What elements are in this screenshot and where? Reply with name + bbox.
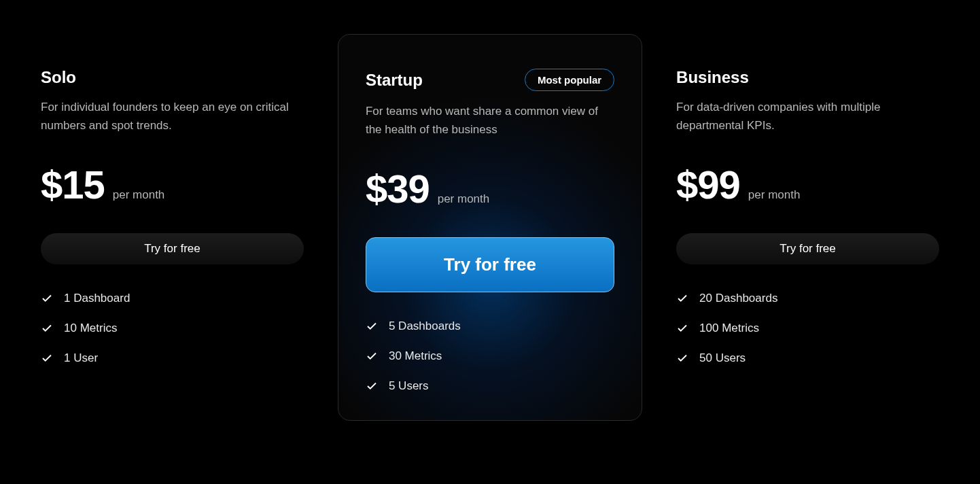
plan-description: For individual founders to keep an eye o…: [41, 98, 304, 135]
try-for-free-button-startup[interactable]: Try for free: [366, 237, 614, 292]
feature-text: 5 Dashboards: [389, 319, 461, 333]
feature-text: 1 Dashboard: [64, 292, 130, 305]
feature-list: 5 Dashboards 30 Metrics 5 Users: [366, 319, 614, 393]
plan-name: Business: [676, 68, 749, 87]
check-icon: [676, 352, 688, 364]
check-icon: [676, 292, 688, 305]
plan-description: For data-driven companies with multiple …: [676, 98, 939, 135]
feature-item: 100 Metrics: [676, 322, 939, 335]
price: $39: [366, 166, 430, 211]
plan-header: Solo: [41, 68, 304, 87]
price-row: $99 per month: [676, 162, 939, 207]
check-icon: [41, 322, 53, 334]
feature-item: 10 Metrics: [41, 322, 304, 335]
check-icon: [366, 320, 378, 332]
feature-item: 1 User: [41, 351, 304, 365]
price-period: per month: [748, 188, 801, 202]
check-icon: [41, 352, 53, 364]
price: $15: [41, 162, 105, 207]
try-for-free-button-business[interactable]: Try for free: [676, 233, 939, 264]
plan-card-startup: Startup Most popular For teams who want …: [338, 34, 642, 421]
price: $99: [676, 162, 740, 207]
pricing-container: Solo For individual founders to keep an …: [0, 0, 980, 455]
plan-name: Solo: [41, 68, 76, 87]
feature-text: 10 Metrics: [64, 322, 117, 335]
plan-header: Business: [676, 68, 939, 87]
feature-text: 20 Dashboards: [699, 292, 777, 305]
feature-item: 30 Metrics: [366, 349, 614, 363]
feature-text: 50 Users: [699, 351, 746, 365]
plan-description: For teams who want share a common view o…: [366, 102, 614, 139]
most-popular-badge: Most popular: [525, 69, 614, 91]
feature-item: 5 Dashboards: [366, 319, 614, 333]
price-row: $39 per month: [366, 166, 614, 211]
price-period: per month: [113, 188, 165, 202]
check-icon: [366, 350, 378, 362]
feature-text: 1 User: [64, 351, 98, 365]
plan-card-business: Business For data-driven companies with …: [676, 34, 939, 392]
feature-item: 1 Dashboard: [41, 292, 304, 305]
price-row: $15 per month: [41, 162, 304, 207]
check-icon: [41, 292, 53, 305]
feature-text: 100 Metrics: [699, 322, 759, 335]
plan-card-solo: Solo For individual founders to keep an …: [41, 34, 304, 392]
plan-name: Startup: [366, 71, 423, 90]
check-icon: [366, 380, 378, 392]
feature-list: 1 Dashboard 10 Metrics 1 User: [41, 292, 304, 365]
feature-item: 20 Dashboards: [676, 292, 939, 305]
feature-text: 30 Metrics: [389, 349, 442, 363]
feature-item: 5 Users: [366, 379, 614, 393]
feature-text: 5 Users: [389, 379, 429, 393]
price-period: per month: [438, 192, 490, 206]
plan-header: Startup Most popular: [366, 69, 614, 91]
feature-list: 20 Dashboards 100 Metrics 50 Users: [676, 292, 939, 365]
check-icon: [676, 322, 688, 334]
try-for-free-button-solo[interactable]: Try for free: [41, 233, 304, 264]
feature-item: 50 Users: [676, 351, 939, 365]
